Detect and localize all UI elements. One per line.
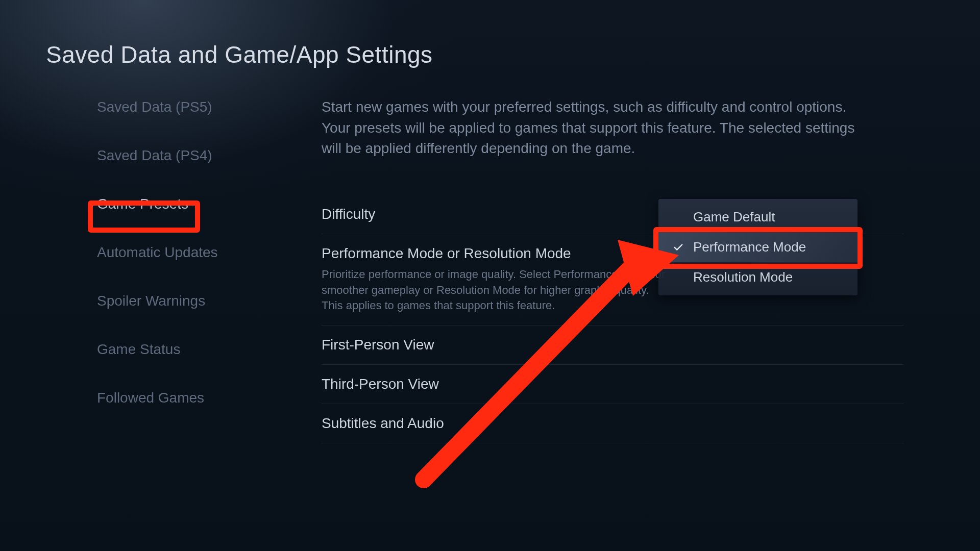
sidebar-item-saved-data-ps4[interactable]: Saved Data (PS4) (97, 145, 212, 166)
dropdown-option-label: Resolution Mode (693, 269, 793, 285)
setting-title: Subtitles and Audio (322, 415, 903, 432)
setting-row-third-person-view[interactable]: Third-Person View (322, 365, 903, 404)
setting-row-subtitles-audio[interactable]: Subtitles and Audio (322, 404, 903, 443)
setting-row-first-person-view[interactable]: First-Person View (322, 325, 903, 365)
sidebar-item-automatic-updates[interactable]: Automatic Updates (97, 242, 218, 263)
sidebar-item-saved-data-ps5[interactable]: Saved Data (PS5) (97, 97, 212, 117)
setting-title: First-Person View (322, 337, 903, 353)
sidebar-item-spoiler-warnings[interactable]: Spoiler Warnings (97, 291, 205, 311)
dropdown-option-label: Game Default (693, 209, 775, 225)
performance-mode-dropdown: Game Default Performance Mode Resolution… (658, 199, 857, 295)
dropdown-option-label: Performance Mode (693, 239, 806, 255)
sidebar-item-followed-games[interactable]: Followed Games (97, 388, 204, 408)
setting-description: Prioritize performance or image quality.… (322, 267, 669, 314)
check-icon (673, 242, 684, 253)
setting-title: Third-Person View (322, 376, 903, 392)
page-title: Saved Data and Game/App Settings (46, 41, 433, 68)
sidebar-item-game-presets[interactable]: Game Presets (97, 194, 188, 214)
dropdown-option-game-default[interactable]: Game Default (658, 202, 857, 232)
check-spacer (673, 272, 684, 283)
presets-description: Start new games with your preferred sett… (322, 97, 863, 159)
sidebar-item-game-status[interactable]: Game Status (97, 339, 180, 360)
dropdown-option-performance-mode[interactable]: Performance Mode (658, 232, 857, 262)
settings-sidebar: Saved Data (PS5) Saved Data (PS4) Game P… (97, 97, 260, 408)
check-spacer (673, 212, 684, 223)
dropdown-option-resolution-mode[interactable]: Resolution Mode (658, 262, 857, 292)
